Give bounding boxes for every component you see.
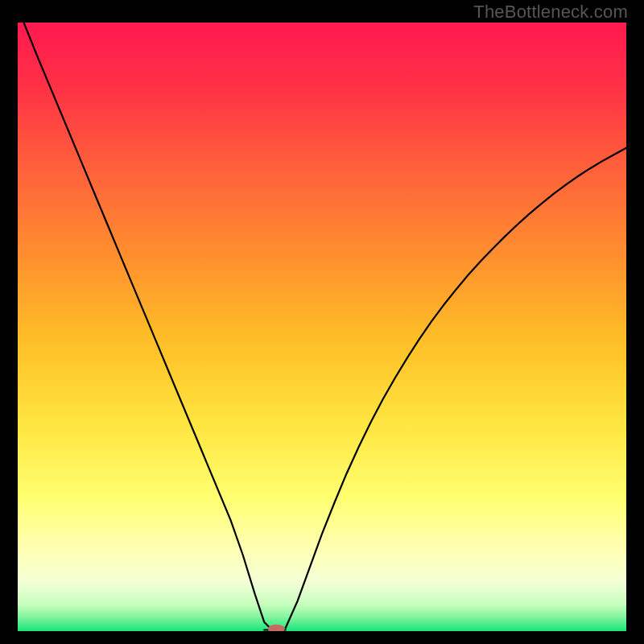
chart-frame: TheBottleneck.com xyxy=(0,0,644,644)
chart-svg xyxy=(18,23,626,631)
plot-background xyxy=(18,23,626,631)
chart-plot-area xyxy=(18,23,626,631)
watermark: TheBottleneck.com xyxy=(473,2,628,23)
